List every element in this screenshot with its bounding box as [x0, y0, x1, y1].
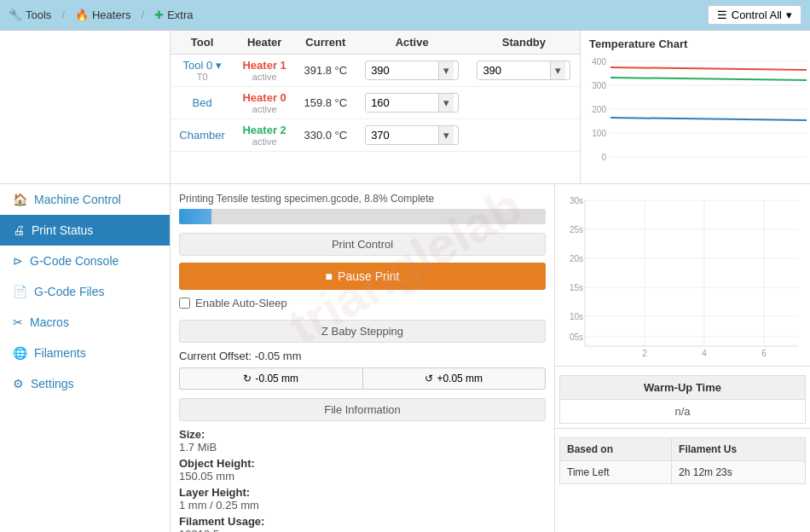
sidebar-item-machine-control[interactable]: 🏠 Machine Control [0, 184, 170, 215]
z-minus-button[interactable]: ↻ -0.05 mm [179, 367, 362, 390]
bed-link[interactable]: Bed [193, 96, 212, 109]
heater2-status: active [242, 136, 286, 147]
macros-icon: ✂ [13, 315, 23, 329]
heater0-active-input[interactable] [366, 94, 438, 112]
top-bar-left: 🔧 Tools / 🔥 Heaters / ✚ Extra [0, 0, 699, 30]
heater2-active-input[interactable] [366, 126, 438, 144]
home-icon: 🏠 [13, 193, 27, 206]
sidebar-machine-control-label: Machine Control [34, 193, 121, 206]
table-row: Tool 0 ▾ T0 Heater 1 active 391.8 °C ▾ [171, 55, 580, 87]
chamber-link[interactable]: Chamber [179, 129, 224, 142]
warmup-table: Warm-Up Time n/a [559, 375, 806, 424]
heater1-active-dropdown[interactable]: ▾ [438, 61, 454, 79]
heater1-status: active [242, 72, 286, 82]
menu-icon: ☰ [717, 9, 727, 21]
tool-icon: 🔧 [9, 9, 22, 21]
svg-text:400: 400 [592, 57, 606, 66]
filament-eta-table: Based on Filament Us Time Left 2h 12m 23… [559, 437, 806, 484]
extra-menu-item[interactable]: ✚ Extra [154, 9, 193, 21]
pause-label: Pause Print [338, 269, 399, 283]
time-left-label: Time Left [560, 461, 672, 484]
heater0-status: active [242, 104, 286, 114]
svg-line-10 [610, 67, 807, 70]
sidebar-item-settings[interactable]: ⚙ Settings [0, 368, 170, 399]
app-wrapper: 🔧 Tools / 🔥 Heaters / ✚ Extra ☰ Control … [0, 0, 810, 532]
sep2: / [142, 9, 145, 21]
heater-table: Tool Heater Current Active Standby Tool … [171, 31, 580, 152]
heater2-cell: Heater 2 active [234, 119, 295, 152]
sidebar-print-status-label: Print Status [32, 223, 93, 237]
svg-text:300: 300 [592, 81, 606, 90]
main-layout: 🏠 Machine Control 🖨 Print Status ⊳ G-Cod… [0, 184, 810, 532]
heater2-active-input-wrap: ▾ [365, 125, 459, 145]
z-plus-button[interactable]: ↺ +0.05 mm [362, 367, 547, 390]
file-info-header: File Information [179, 398, 546, 421]
z-offset-text: Current Offset: -0.05 mm [179, 350, 546, 362]
warmup-section: Warm-Up Time n/a [555, 366, 810, 428]
file-info-section: File Information Size: 1.7 MiB Object He… [179, 398, 546, 532]
table-row: Chamber Heater 2 active 330.0 °C ▾ [171, 119, 580, 152]
sidebar-item-macros[interactable]: ✂ Macros [0, 307, 170, 338]
heater1-active: ▾ [356, 55, 468, 87]
pause-print-button[interactable]: ■ Pause Print [179, 263, 546, 290]
svg-text:20s: 20s [570, 254, 583, 263]
svg-text:15s: 15s [570, 283, 583, 292]
heater0-active-dropdown[interactable]: ▾ [438, 94, 454, 112]
auto-sleep-checkbox[interactable] [179, 298, 190, 309]
tool-cell: Tool 0 ▾ T0 [171, 55, 234, 87]
col-standby: Standby [468, 31, 580, 55]
svg-text:0: 0 [601, 153, 606, 162]
heater1-standby-input[interactable] [477, 61, 550, 79]
files-icon: 📄 [13, 285, 27, 298]
layer-height-value: 1 mm / 0.25 mm [179, 499, 546, 512]
heater2-standby [468, 119, 580, 152]
svg-text:4: 4 [702, 349, 707, 358]
svg-text:05s: 05s [570, 332, 583, 342]
auto-sleep-wrap: Enable Auto-Sleep [179, 297, 546, 309]
chamber-cell: Chamber [171, 119, 234, 152]
z-stepping-section: Z Baby Stepping Current Offset: -0.05 mm… [179, 320, 546, 390]
heater0-cell: Heater 0 active [234, 87, 295, 119]
based-on-header: Based on [560, 438, 672, 461]
heaters-menu-item[interactable]: 🔥 Heaters [75, 9, 131, 21]
svg-line-12 [610, 118, 807, 120]
tool0-link[interactable]: Tool 0 ▾ [182, 59, 221, 72]
heater0-name[interactable]: Heater 0 [242, 91, 286, 104]
sidebar-filaments-label: Filaments [34, 346, 86, 360]
z-minus-label: -0.05 mm [255, 373, 298, 385]
z-plus-icon: ↺ [425, 373, 433, 385]
filament-usage-row: Filament Usage: 10310.5 mm [179, 515, 546, 532]
control-all-button[interactable]: ☰ Control All ▾ [708, 5, 801, 25]
sidebar-item-gcode-files[interactable]: 📄 G-Code Files [0, 276, 170, 307]
heater2-current: 330.0 °C [295, 119, 356, 152]
extra-label: Extra [167, 9, 193, 21]
object-height-label: Object Height: [179, 457, 255, 470]
progress-bar-outer [179, 209, 546, 224]
sidebar-item-filaments[interactable]: 🌐 Filaments [0, 338, 170, 368]
tools-menu-item[interactable]: 🔧 Tools [9, 9, 51, 21]
heater2-name[interactable]: Heater 2 [242, 124, 286, 136]
heater1-standby-dropdown[interactable]: ▾ [550, 61, 565, 79]
heater2-active-dropdown[interactable]: ▾ [438, 126, 454, 144]
heater1-active-input[interactable] [366, 61, 438, 79]
heater1-name[interactable]: Heater 1 [242, 59, 286, 72]
sidebar-item-gcode-console[interactable]: ⊳ G-Code Console [0, 246, 170, 276]
svg-text:30s: 30s [570, 196, 583, 205]
filament-usage-label: Filament Usage: [179, 515, 264, 528]
heater2-active: ▾ [356, 119, 468, 152]
heater0-standby [468, 87, 580, 119]
sidebar-macros-label: Macros [30, 315, 69, 329]
col-current: Current [295, 31, 356, 55]
plus-icon: ✚ [154, 9, 164, 21]
layer-height-row: Layer Height: 1 mm / 0.25 mm [179, 486, 546, 512]
heater1-active-input-wrap: ▾ [365, 61, 459, 80]
heater1-cell: Heater 1 active [234, 55, 295, 87]
object-height-row: Object Height: 150.05 mm [179, 457, 546, 483]
print-progress-info: Printing Tensile testing specimen.gcode,… [179, 193, 546, 205]
size-label: Size: [179, 428, 205, 441]
upper-section: Tool Heater Current Active Standby Tool … [0, 31, 810, 184]
timer-chart-container: 30s 25s 20s 15s 10s 05s [555, 184, 810, 366]
svg-text:10s: 10s [570, 312, 583, 321]
col-active: Active [356, 31, 468, 55]
sidebar-item-print-status[interactable]: 🖨 Print Status [0, 215, 170, 246]
